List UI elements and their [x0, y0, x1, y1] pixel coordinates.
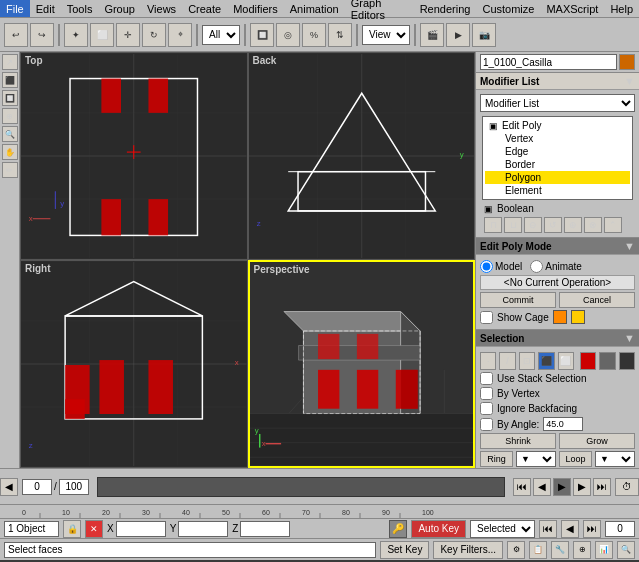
left-btn-5[interactable]: 🔍 — [2, 126, 18, 142]
menu-modifiers[interactable]: Modifiers — [227, 0, 284, 17]
sel-color-2[interactable] — [599, 352, 615, 370]
scale-button[interactable]: ⌖ — [168, 23, 192, 47]
timeline-frame-input[interactable] — [22, 479, 52, 495]
left-btn-7[interactable]: ✏ — [2, 162, 18, 178]
x-coord-input[interactable] — [116, 521, 166, 537]
loop-button[interactable]: Loop — [559, 451, 592, 467]
ring-dropdown[interactable]: ▼ — [516, 451, 556, 467]
menu-views[interactable]: Views — [141, 0, 182, 17]
sel-polygon-icon[interactable]: ⬛ — [538, 352, 554, 370]
bool-btn-4[interactable]: ↺ — [544, 217, 562, 233]
menu-customize[interactable]: Customize — [476, 0, 540, 17]
spinner-snap[interactable]: ⇅ — [328, 23, 352, 47]
menu-file[interactable]: File — [0, 0, 30, 17]
cancel-button[interactable]: Cancel — [559, 292, 635, 308]
undo-button[interactable]: ↩ — [4, 23, 28, 47]
selection-header[interactable]: Selection ▼ — [476, 330, 639, 347]
all-dropdown[interactable]: All — [202, 25, 240, 45]
next-frame-button[interactable]: ▶ — [573, 478, 591, 496]
play-button[interactable]: ▶ — [553, 478, 571, 496]
y-coord-input[interactable] — [178, 521, 228, 537]
grow-button[interactable]: Grow — [559, 433, 635, 449]
left-btn-1[interactable]: ↗ — [2, 54, 18, 70]
viewport-back[interactable]: Back z y — [248, 52, 476, 260]
modifier-list-header[interactable]: Modifier List ▼ — [476, 73, 639, 90]
mini-btn-4[interactable]: ⊕ — [573, 541, 591, 559]
playback-icon-1[interactable]: ⏮ — [539, 520, 557, 538]
menu-maxscript[interactable]: MAXScript — [540, 0, 604, 17]
mini-btn-5[interactable]: 📊 — [595, 541, 613, 559]
bool-btn-6[interactable]: ⊗ — [584, 217, 602, 233]
mini-btn-3[interactable]: 🔧 — [551, 541, 569, 559]
bool-btn-2[interactable]: ⊔ — [504, 217, 522, 233]
model-radio-label[interactable]: Model — [480, 260, 522, 273]
modifier-editpoly[interactable]: ▣ Edit Poly — [485, 119, 630, 132]
left-btn-2[interactable]: ⬛ — [2, 72, 18, 88]
set-key-button[interactable]: Set Key — [380, 541, 429, 559]
menu-create[interactable]: Create — [182, 0, 227, 17]
use-stack-checkbox[interactable] — [480, 372, 493, 385]
bool-btn-7[interactable]: ⌃ — [604, 217, 622, 233]
cage-color-2[interactable] — [571, 310, 585, 324]
edit-poly-mode-header[interactable]: Edit Poly Mode ▼ — [476, 238, 639, 255]
ring-button[interactable]: Ring — [480, 451, 513, 467]
render-frame[interactable]: 📷 — [472, 23, 496, 47]
playback-icon-3[interactable]: ⏭ — [583, 520, 601, 538]
shrink-button[interactable]: Shrink — [480, 433, 556, 449]
mini-btn-2[interactable]: 📋 — [529, 541, 547, 559]
modifier-list-dropdown[interactable]: Modifier List — [480, 94, 635, 112]
bool-btn-3[interactable]: ⊖ — [524, 217, 542, 233]
object-name-input[interactable] — [480, 54, 617, 70]
auto-key-button[interactable]: Auto Key — [411, 520, 466, 538]
animate-radio[interactable] — [530, 260, 543, 273]
by-angle-checkbox[interactable] — [480, 418, 493, 431]
modifier-border[interactable]: Border — [485, 158, 630, 171]
rotate-button[interactable]: ↻ — [142, 23, 166, 47]
key-filters-button[interactable]: Key Filters... — [433, 541, 503, 559]
quick-render[interactable]: ▶ — [446, 23, 470, 47]
z-coord-input[interactable] — [240, 521, 290, 537]
timeline-config[interactable]: ⏱ — [615, 478, 639, 496]
select-region-button[interactable]: ⬜ — [90, 23, 114, 47]
sel-edge-icon[interactable]: / — [499, 352, 515, 370]
color-swatch[interactable] — [619, 54, 635, 70]
cage-color-1[interactable] — [553, 310, 567, 324]
mini-btn-6[interactable]: 🔍 — [617, 541, 635, 559]
mini-btn-1[interactable]: ⚙ — [507, 541, 525, 559]
percent-snap[interactable]: % — [302, 23, 326, 47]
animate-radio-label[interactable]: Animate — [530, 260, 582, 273]
sel-color-1[interactable] — [580, 352, 596, 370]
menu-rendering[interactable]: Rendering — [414, 0, 477, 17]
menu-tools[interactable]: Tools — [61, 0, 99, 17]
x-button[interactable]: ✕ — [85, 520, 103, 538]
modifier-boolean[interactable]: ▣ Boolean — [480, 202, 635, 215]
redo-button[interactable]: ↪ — [30, 23, 54, 47]
left-btn-3[interactable]: 🔲 — [2, 90, 18, 106]
by-vertex-checkbox[interactable] — [480, 387, 493, 400]
viewport-perspective[interactable]: Perspective — [248, 260, 476, 468]
render-scene[interactable]: 🎬 — [420, 23, 444, 47]
modifier-edge[interactable]: Edge — [485, 145, 630, 158]
modifier-vertex[interactable]: Vertex — [485, 132, 630, 145]
menu-group[interactable]: Group — [98, 0, 141, 17]
selected-dropdown[interactable]: Selected — [470, 520, 535, 538]
left-btn-6[interactable]: ✋ — [2, 144, 18, 160]
angle-input[interactable] — [543, 417, 583, 431]
sel-color-3[interactable] — [619, 352, 635, 370]
show-cage-checkbox[interactable] — [480, 311, 493, 324]
timeline-total-input[interactable] — [59, 479, 89, 495]
menu-help[interactable]: Help — [604, 0, 639, 17]
move-button[interactable]: ✛ — [116, 23, 140, 47]
model-radio[interactable] — [480, 260, 493, 273]
modifier-polygon[interactable]: Polygon — [485, 171, 630, 184]
menu-edit[interactable]: Edit — [30, 0, 61, 17]
timeline-track[interactable] — [97, 477, 505, 497]
prev-frame-button[interactable]: ◀ — [533, 478, 551, 496]
snap-toggle[interactable]: 🔲 — [250, 23, 274, 47]
viewport-right[interactable]: Right z x — [20, 260, 248, 468]
timeline-prev[interactable]: ◀ — [0, 478, 18, 496]
playback-icon-2[interactable]: ◀ — [561, 520, 579, 538]
commit-button[interactable]: Commit — [480, 292, 556, 308]
menu-animation[interactable]: Animation — [284, 0, 345, 17]
bool-btn-1[interactable]: ⊓ — [484, 217, 502, 233]
